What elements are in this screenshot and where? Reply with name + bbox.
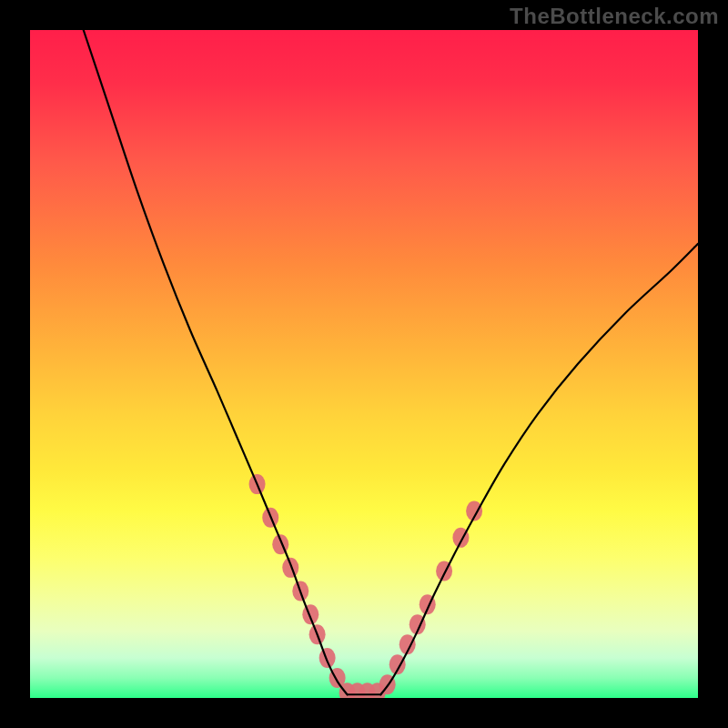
series-right-curve — [380, 244, 698, 694]
chart-frame: TheBottleneck.com — [0, 0, 728, 728]
highlight-dot — [282, 558, 298, 578]
marker-layer — [249, 474, 483, 698]
plot-area — [30, 30, 698, 698]
watermark-text: TheBottleneck.com — [510, 4, 719, 29]
curve-layer — [84, 30, 698, 694]
highlight-dot — [302, 604, 318, 624]
highlight-dot — [319, 648, 336, 668]
chart-svg — [30, 30, 698, 698]
